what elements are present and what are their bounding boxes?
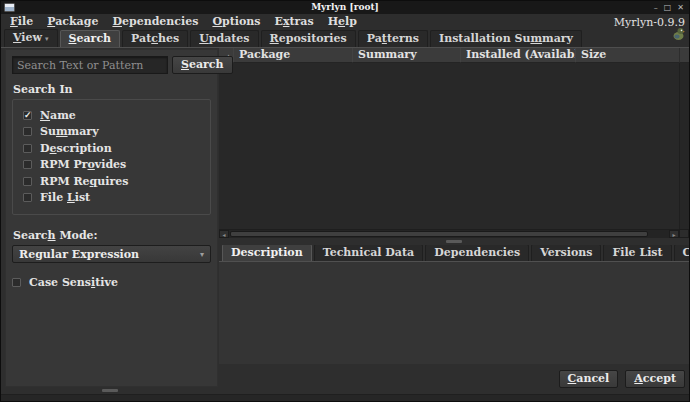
tab-change-log[interactable]: Change Log bbox=[674, 244, 690, 261]
menu-options[interactable]: Options bbox=[205, 14, 267, 30]
splitter-handle[interactable] bbox=[446, 240, 462, 243]
chevron-down-icon: ▾ bbox=[45, 34, 49, 43]
checkbox[interactable]: ✓ bbox=[12, 278, 21, 287]
filter-column: Search Search In ✓ Name ✓ Summary ✓ Desc… bbox=[1, 48, 219, 394]
checkbox-row-name[interactable]: ✓ Name bbox=[23, 107, 204, 124]
maximize-icon[interactable]: □ bbox=[664, 2, 672, 13]
vertical-scroll-track[interactable] bbox=[679, 63, 689, 229]
close-icon[interactable]: ✕ bbox=[677, 2, 684, 13]
tab-installation-summary[interactable]: Installation Summary bbox=[430, 30, 582, 47]
description-panel bbox=[219, 262, 689, 364]
package-list[interactable] bbox=[219, 63, 679, 229]
window-controls: – □ ✕ bbox=[654, 2, 689, 13]
checkbox-row-case-sensitive[interactable]: ✓ Case Sensitive bbox=[12, 274, 211, 291]
package-table-header: ▴ Package Summary Installed (Available) … bbox=[219, 48, 679, 63]
splitter[interactable] bbox=[219, 238, 689, 245]
tab-view[interactable]: View▾ bbox=[4, 29, 58, 47]
checkbox-row-rpm-requires[interactable]: ✓ RPM Requires bbox=[23, 173, 204, 190]
menu-dependencies[interactable]: Dependencies bbox=[105, 14, 205, 30]
scroll-right-icon[interactable]: ▸ bbox=[669, 230, 679, 238]
tab-patches[interactable]: Patches bbox=[122, 30, 188, 47]
search-mode-value: Regular Expression bbox=[19, 248, 139, 261]
accept-button[interactable]: Accept bbox=[625, 370, 685, 388]
window-title: Myrlyn [root] bbox=[1, 1, 689, 14]
checkbox-label: Name bbox=[40, 109, 76, 122]
check-icon: ✓ bbox=[24, 110, 32, 120]
menubar: File Package Dependencies Options Extras… bbox=[1, 14, 689, 30]
myrlyn-window: Myrlyn [root] – □ ✕ File Package Depende… bbox=[0, 0, 690, 402]
menu-help[interactable]: Help bbox=[321, 14, 364, 30]
menu-package[interactable]: Package bbox=[40, 14, 105, 30]
vertical-scrollbar[interactable] bbox=[679, 48, 689, 238]
tab-file-list[interactable]: File List bbox=[603, 244, 671, 261]
tab-search[interactable]: Search bbox=[60, 30, 121, 47]
checkbox-label: Summary bbox=[40, 125, 99, 138]
scrollbar-corner bbox=[679, 48, 689, 63]
scroll-left-icon[interactable]: ◂ bbox=[219, 230, 229, 238]
menu-file[interactable]: File bbox=[3, 14, 40, 30]
tab-updates[interactable]: Updates bbox=[190, 30, 258, 47]
tab-patterns[interactable]: Patterns bbox=[358, 30, 428, 47]
cancel-button[interactable]: Cancel bbox=[559, 370, 619, 388]
titlebar[interactable]: Myrlyn [root] – □ ✕ bbox=[1, 1, 689, 14]
horizontal-scroll-thumb[interactable] bbox=[230, 231, 648, 237]
column-header-package[interactable]: Package bbox=[234, 48, 353, 63]
search-in-label: Search In bbox=[13, 83, 211, 96]
horizontal-scrollbar[interactable]: ◂ ▸ bbox=[219, 229, 679, 238]
detail-tabbar: Description Technical Data Dependencies … bbox=[219, 245, 689, 262]
scrollbar-corner-bottom bbox=[679, 229, 689, 238]
search-input[interactable] bbox=[12, 56, 168, 74]
chevron-down-icon: ▾ bbox=[200, 250, 204, 259]
main-area: Search Search In ✓ Name ✓ Summary ✓ Desc… bbox=[1, 48, 689, 394]
tab-versions[interactable]: Versions bbox=[531, 244, 601, 261]
view-tabbar: View▾ Search Patches Updates Repositorie… bbox=[1, 30, 689, 48]
checkbox-row-file-list[interactable]: ✓ File List bbox=[23, 190, 204, 207]
window-bottom-edge bbox=[1, 394, 689, 401]
checkbox-row-description[interactable]: ✓ Description bbox=[23, 140, 204, 157]
checkbox-row-summary[interactable]: ✓ Summary bbox=[23, 124, 204, 141]
checkbox[interactable]: ✓ bbox=[23, 144, 32, 153]
minimize-icon[interactable]: – bbox=[654, 2, 658, 13]
checkbox[interactable]: ✓ bbox=[23, 111, 32, 120]
checkbox-label: File List bbox=[40, 191, 90, 204]
checkbox-label: RPM Requires bbox=[40, 175, 128, 188]
menu-extras[interactable]: Extras bbox=[268, 14, 321, 30]
horizontal-scroll-track[interactable] bbox=[229, 230, 669, 238]
action-button-bar: Cancel Accept bbox=[219, 364, 689, 394]
checkbox[interactable]: ✓ bbox=[23, 193, 32, 202]
splitter-handle[interactable] bbox=[102, 389, 118, 392]
checkbox-label: RPM Provides bbox=[40, 158, 126, 171]
column-header-size[interactable]: Size bbox=[576, 48, 679, 63]
search-mode-dropdown[interactable]: Regular Expression ▾ bbox=[12, 245, 211, 263]
myrlyn-duck-icon bbox=[672, 26, 685, 45]
column-header-installed[interactable]: Installed (Available) bbox=[461, 48, 576, 63]
search-button[interactable]: Search bbox=[172, 56, 233, 74]
checkbox[interactable]: ✓ bbox=[23, 177, 32, 186]
column-header-summary[interactable]: Summary bbox=[353, 48, 461, 63]
tab-description[interactable]: Description bbox=[222, 244, 312, 261]
tab-technical-data[interactable]: Technical Data bbox=[314, 244, 424, 261]
search-in-groupbox: ✓ Name ✓ Summary ✓ Description ✓ RPM Pro… bbox=[12, 99, 211, 215]
search-filter-panel: Search Search In ✓ Name ✓ Summary ✓ Desc… bbox=[5, 49, 218, 387]
checkbox[interactable]: ✓ bbox=[23, 160, 32, 169]
checkbox-label: Case Sensitive bbox=[29, 276, 118, 289]
checkbox[interactable]: ✓ bbox=[23, 127, 32, 136]
tab-repositories[interactable]: Repositories bbox=[261, 30, 356, 47]
package-list-zone: ▴ Package Summary Installed (Available) … bbox=[219, 48, 689, 238]
checkbox-label: Description bbox=[40, 142, 112, 155]
checkbox-row-rpm-provides[interactable]: ✓ RPM Provides bbox=[23, 157, 204, 174]
tab-dependencies[interactable]: Dependencies bbox=[425, 244, 529, 261]
search-mode-label: Search Mode: bbox=[13, 229, 211, 242]
package-pane: ▴ Package Summary Installed (Available) … bbox=[219, 48, 689, 394]
